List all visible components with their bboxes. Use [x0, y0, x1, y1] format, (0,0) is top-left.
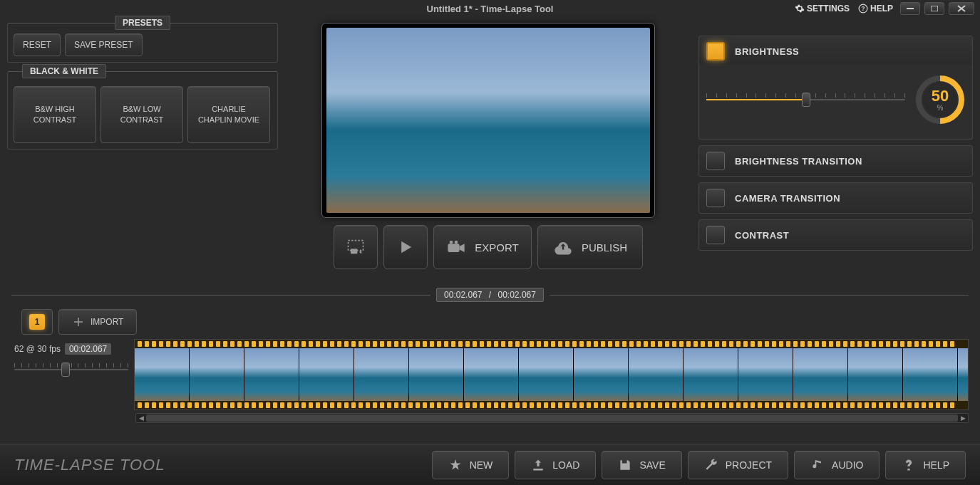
- preset-bw-low[interactable]: B&W LOW CONTRAST: [100, 86, 183, 143]
- brightness-transition-checkbox[interactable]: [706, 152, 725, 170]
- plus-icon: [72, 315, 85, 328]
- fps-info: 62 @ 30 fps: [14, 344, 61, 354]
- timeline-scrollbar[interactable]: ◀ ▶: [135, 413, 969, 423]
- effect-contrast[interactable]: CONTRAST: [698, 219, 973, 251]
- gear-icon: [795, 4, 805, 14]
- brightness-checkbox[interactable]: [706, 42, 725, 61]
- brightness-gauge: 50 %: [915, 75, 965, 125]
- bw-group: BLACK & WHITE B&W HIGH CONTRAST B&W LOW …: [7, 71, 278, 150]
- svg-rect-5: [351, 249, 357, 254]
- new-button[interactable]: NEW: [432, 451, 510, 479]
- timeline-tab-1[interactable]: 1: [21, 309, 53, 335]
- audio-button[interactable]: AUDIO: [794, 451, 880, 479]
- frame-thumb[interactable]: [848, 348, 903, 402]
- timeline-duration: 00:02.067: [65, 343, 111, 355]
- app-logo: TIME-LAPSE TOOL: [14, 456, 165, 474]
- timeline-info: 62 @ 30 fps 00:02.067: [11, 339, 131, 410]
- brightness-value: 50: [932, 88, 949, 104]
- presets-group: PRESETS RESET SAVE PRESET: [7, 23, 278, 63]
- frame-thumb[interactable]: [135, 348, 190, 402]
- effect-brightness-transition[interactable]: BRIGHTNESS TRANSITION: [698, 145, 973, 177]
- cloud-upload-icon: [553, 237, 573, 257]
- reset-button[interactable]: RESET: [14, 33, 61, 56]
- save-button[interactable]: SAVE: [602, 451, 681, 479]
- minimize-button[interactable]: [900, 2, 920, 15]
- frame-thumb[interactable]: [244, 348, 299, 402]
- brightness-panel: 50 %: [698, 65, 973, 140]
- load-button[interactable]: LOAD: [515, 451, 596, 479]
- upload-icon: [531, 458, 545, 472]
- play-icon: [396, 237, 416, 257]
- frame-thumb[interactable]: [903, 348, 958, 402]
- music-icon: [810, 458, 825, 472]
- fit-icon: [346, 237, 366, 257]
- contrast-checkbox[interactable]: [706, 226, 725, 244]
- time-display: 00:02.067 / 00:02.067: [11, 286, 969, 303]
- svg-rect-6: [448, 244, 460, 252]
- star-icon: [448, 458, 463, 472]
- camera-icon: [446, 237, 466, 257]
- frame-thumb[interactable]: [190, 348, 244, 402]
- help-icon: ?: [858, 4, 868, 14]
- svg-point-7: [450, 241, 453, 244]
- filmstrip[interactable]: [134, 339, 969, 410]
- publish-button[interactable]: PUBLISH: [537, 225, 643, 269]
- help-link[interactable]: ? HELP: [855, 2, 896, 15]
- preview-area: [321, 23, 655, 218]
- close-button[interactable]: [949, 2, 974, 15]
- export-button[interactable]: EXPORT: [433, 225, 532, 269]
- settings-link[interactable]: SETTINGS: [792, 2, 852, 15]
- presets-legend: PRESETS: [115, 16, 170, 30]
- frame-thumb[interactable]: [299, 348, 354, 402]
- svg-rect-3: [931, 6, 938, 11]
- preset-chaplin[interactable]: CHARLIE CHAPLIN MOVIE: [187, 86, 270, 143]
- frame-thumb[interactable]: [409, 348, 464, 402]
- frame-thumb[interactable]: [354, 348, 409, 402]
- maximize-button[interactable]: [924, 2, 944, 15]
- frame-thumb[interactable]: [958, 348, 969, 402]
- frame-thumb[interactable]: [574, 348, 629, 402]
- save-preset-button[interactable]: SAVE PRESET: [65, 33, 142, 56]
- fit-button[interactable]: [334, 225, 378, 269]
- frame-thumb[interactable]: [738, 348, 793, 402]
- bw-legend: BLACK & WHITE: [22, 64, 106, 78]
- svg-rect-2: [907, 8, 914, 9]
- effect-brightness[interactable]: BRIGHTNESS: [698, 36, 973, 67]
- play-button[interactable]: [383, 225, 428, 269]
- save-icon: [618, 458, 632, 472]
- frame-thumb[interactable]: [464, 348, 519, 402]
- camera-transition-checkbox[interactable]: [706, 189, 725, 207]
- frame-thumb[interactable]: [684, 348, 738, 402]
- preview-image: [326, 28, 650, 213]
- brightness-slider[interactable]: [706, 89, 905, 110]
- project-button[interactable]: PROJECT: [688, 451, 788, 479]
- help-button[interactable]: HELP: [885, 451, 966, 479]
- brightness-label: BRIGHTNESS: [735, 46, 799, 57]
- wrench-icon: [704, 458, 718, 472]
- svg-text:?: ?: [861, 6, 865, 12]
- import-button[interactable]: IMPORT: [58, 309, 137, 335]
- frame-thumb[interactable]: [629, 348, 684, 402]
- window-title: Untitled 1* - Time-Lapse Tool: [427, 4, 554, 14]
- preset-bw-high[interactable]: B&W HIGH CONTRAST: [14, 86, 96, 143]
- effect-camera-transition[interactable]: CAMERA TRANSITION: [698, 182, 973, 214]
- frame-thumb[interactable]: [519, 348, 574, 402]
- frame-thumb[interactable]: [793, 348, 848, 402]
- speed-slider[interactable]: [14, 359, 128, 406]
- question-icon: [902, 458, 916, 472]
- svg-point-8: [455, 241, 458, 244]
